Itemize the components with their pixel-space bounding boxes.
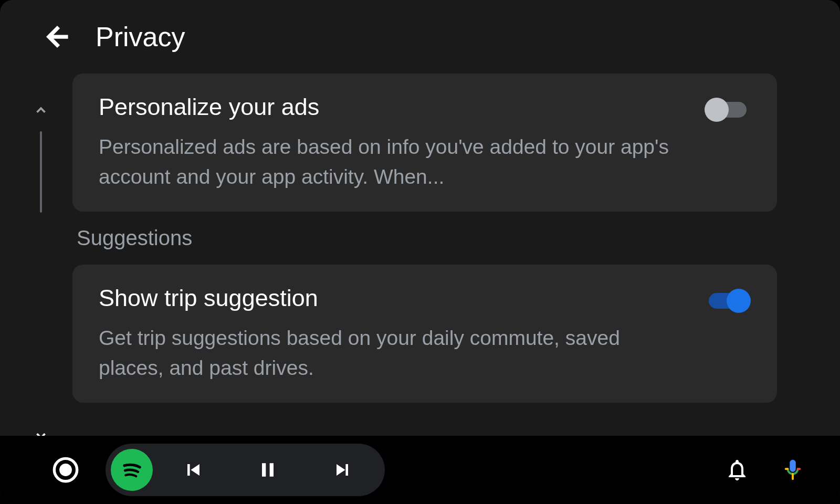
- svg-point-1: [59, 464, 72, 476]
- toggle-thumb: [727, 289, 751, 313]
- trip-suggestion-card[interactable]: Show trip suggestion Get trip suggestion…: [72, 265, 777, 403]
- personalize-ads-card[interactable]: Personalize your ads Personalized ads ar…: [72, 74, 777, 212]
- previous-track-button[interactable]: [159, 449, 227, 491]
- scroll-up-button[interactable]: [30, 100, 51, 121]
- voice-assistant-button[interactable]: [777, 454, 808, 486]
- header: Privacy: [0, 0, 840, 74]
- spotify-button[interactable]: [111, 449, 153, 491]
- setting-description: Get trip suggestions based on your daily…: [99, 323, 684, 383]
- bottom-bar: [0, 436, 840, 504]
- content-area: Personalize your ads Personalized ads ar…: [0, 74, 840, 446]
- toggle-thumb: [705, 98, 729, 122]
- chevron-up-icon: [33, 102, 49, 118]
- section-header: Suggestions: [72, 226, 777, 250]
- bell-icon: [724, 457, 750, 482]
- card-content: Show trip suggestion Get trip suggestion…: [99, 285, 684, 383]
- pause-icon: [256, 458, 279, 481]
- settings-list: Personalize your ads Personalized ads ar…: [72, 74, 819, 446]
- page-title: Privacy: [96, 21, 185, 52]
- skip-previous-icon: [182, 458, 205, 481]
- media-controls: [106, 444, 385, 496]
- trip-suggestion-toggle[interactable]: [705, 289, 751, 313]
- spotify-icon: [117, 455, 146, 485]
- pause-button[interactable]: [234, 449, 302, 491]
- mic-icon: [781, 458, 805, 482]
- notification-button[interactable]: [721, 454, 753, 486]
- setting-title: Show trip suggestion: [99, 285, 684, 312]
- scroll-indicator: [30, 74, 51, 446]
- next-track-button[interactable]: [308, 449, 376, 491]
- home-button[interactable]: [50, 454, 81, 486]
- circle-icon: [52, 456, 79, 484]
- arrow-left-icon: [42, 22, 72, 52]
- setting-title: Personalize your ads: [99, 93, 684, 121]
- back-button[interactable]: [42, 22, 72, 52]
- card-content: Personalize your ads Personalized ads ar…: [99, 93, 684, 192]
- personalize-ads-toggle[interactable]: [705, 98, 751, 122]
- scroll-track: [40, 131, 42, 213]
- skip-next-icon: [331, 458, 354, 481]
- setting-description: Personalized ads are based on info you'v…: [99, 132, 684, 192]
